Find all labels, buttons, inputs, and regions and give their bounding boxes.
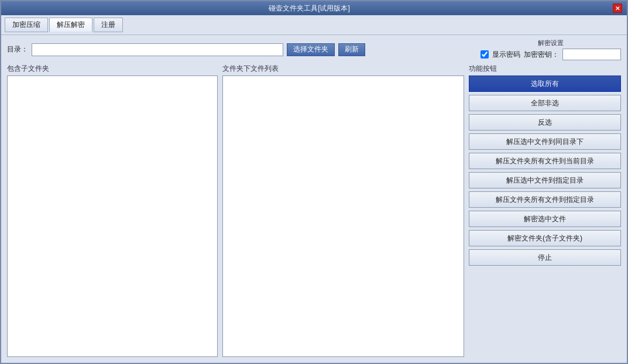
close-button[interactable]: ✕ <box>613 4 622 13</box>
func-button-0[interactable]: 选取所有 <box>469 75 621 92</box>
tab-encrypt[interactable]: 加密压缩 <box>5 18 48 32</box>
select-folder-button[interactable]: 选择文件夹 <box>287 43 335 56</box>
subfolder-panel: 包含子文件夹 <box>7 64 218 357</box>
menu-bar: 加密压缩 解压解密 注册 <box>1 15 627 35</box>
key-input[interactable] <box>562 49 621 60</box>
func-button-8[interactable]: 解密文件夹(含子文件夹) <box>469 230 621 246</box>
key-label: 加密密钥： <box>524 50 559 60</box>
window-title: 碰壶文件夹工具[试用版本] <box>6 4 613 13</box>
func-button-2[interactable]: 反选 <box>469 114 621 131</box>
filelist-panel: 文件夹下文件列表 <box>222 64 464 357</box>
filelist-list[interactable] <box>222 75 464 357</box>
title-bar: 碰壶文件夹工具[试用版本] ✕ <box>1 1 627 15</box>
func-buttons-container: 选取所有全部非选反选解压选中文件到同目录下解压文件夹所有文件到当前目录解压选中文… <box>469 75 621 266</box>
func-button-4[interactable]: 解压文件夹所有文件到当前目录 <box>469 153 621 169</box>
main-window: 碰壶文件夹工具[试用版本] ✕ 加密压缩 解压解密 注册 目录： 选择文件夹 刷… <box>0 0 628 364</box>
func-button-9[interactable]: 停止 <box>469 249 621 266</box>
subfolder-label: 包含子文件夹 <box>7 64 218 74</box>
tab-decrypt[interactable]: 解压解密 <box>49 18 92 32</box>
decrypt-settings-title: 解密设置 <box>481 39 621 47</box>
func-button-3[interactable]: 解压选中文件到同目录下 <box>469 133 621 150</box>
show-password-label: 显示密码 <box>492 50 520 60</box>
show-password-checkbox[interactable] <box>481 50 489 59</box>
dir-label: 目录： <box>7 44 28 54</box>
func-button-5[interactable]: 解压选中文件到指定目录 <box>469 172 621 188</box>
decrypt-row: 显示密码 加密密钥： <box>481 49 621 60</box>
func-button-6[interactable]: 解压文件夹所有文件到指定目录 <box>469 191 621 208</box>
subfolder-list[interactable] <box>7 75 218 357</box>
func-button-1[interactable]: 全部非选 <box>469 95 621 111</box>
main-content: 包含子文件夹 文件夹下文件列表 功能按钮 选取所有全部非选反选解压选中文件到同目… <box>1 64 627 363</box>
filelist-label: 文件夹下文件列表 <box>222 64 464 74</box>
refresh-button[interactable]: 刷新 <box>338 43 365 56</box>
func-title: 功能按钮 <box>469 64 621 74</box>
dir-input[interactable] <box>32 43 283 56</box>
decrypt-settings-group: 解密设置 显示密码 加密密钥： <box>481 39 621 60</box>
tab-register[interactable]: 注册 <box>94 18 123 32</box>
func-button-7[interactable]: 解密选中文件 <box>469 211 621 227</box>
toolbar: 目录： 选择文件夹 刷新 解密设置 显示密码 加密密钥： <box>1 35 627 64</box>
func-panel: 功能按钮 选取所有全部非选反选解压选中文件到同目录下解压文件夹所有文件到当前目录… <box>469 64 621 357</box>
